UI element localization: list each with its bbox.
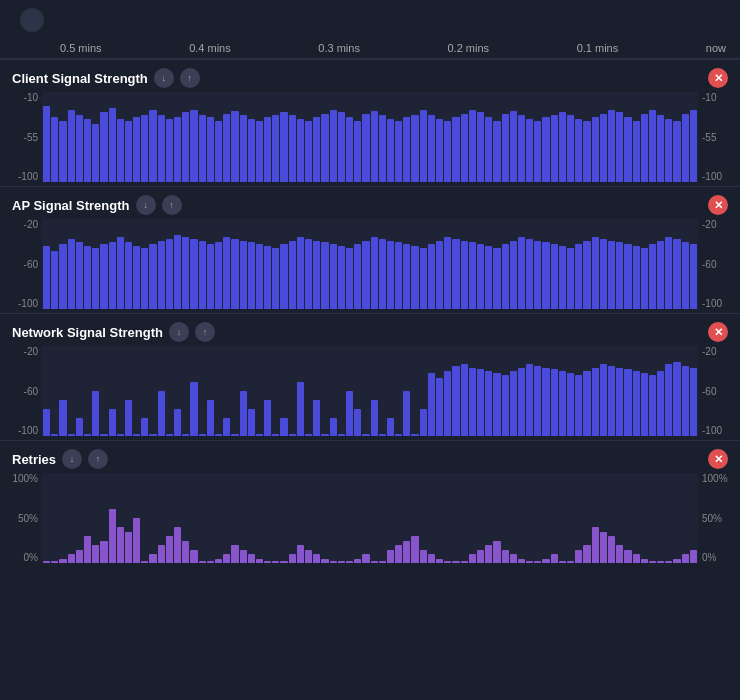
chart-bar [665,561,672,563]
close-button-network-signal[interactable]: ✕ [708,322,728,342]
chart-bar [43,106,50,183]
move-down-button-retries[interactable]: ↓ [62,449,82,469]
graph-section-network-signal: Network Signal Strength↓↑✕-20-60-100-20-… [0,313,740,440]
chart-bar [215,121,222,182]
chart-bar [526,561,533,563]
chart-bar [526,119,533,182]
move-up-button-client-signal[interactable]: ↑ [180,68,200,88]
chart-bar [600,364,607,436]
chart-bar [43,246,50,309]
chart-bar [207,561,214,563]
chart-bar [624,244,631,309]
chart-bar [682,366,689,436]
chart-bar [321,242,328,309]
chart-bar [641,559,648,564]
graph-body-network-signal: -20-60-100-20-60-100 [0,346,740,436]
chart-bar [387,241,394,309]
chart-bar [502,375,509,436]
chart-area-ap-signal [42,219,698,309]
chart-bar [51,561,58,563]
chart-bar [109,242,116,310]
chart-bar [665,119,672,182]
chart-bar [428,373,435,436]
y-axis-right-retries: 100%50%0% [698,473,734,563]
chart-bar [428,244,435,309]
chart-bar [330,418,337,436]
graph-section-ap-signal: AP Signal Strength↓↑✕-20-60-100-20-60-10… [0,186,740,313]
chart-bar [551,244,558,309]
chart-bar [141,115,148,183]
graph-body-ap-signal: -20-60-100-20-60-100 [0,219,740,309]
chart-bar [682,114,689,182]
chart-bar [330,561,337,563]
chart-bar [289,241,296,309]
move-down-button-client-signal[interactable]: ↓ [154,68,174,88]
chart-bar [469,554,476,563]
chart-bar [256,434,263,436]
chart-bar [231,239,238,309]
chart-bar [264,400,271,436]
chart-bar [592,527,599,563]
chart-bar [174,527,181,563]
chart-bar [297,545,304,563]
chart-bar [592,368,599,436]
chart-bar [575,244,582,309]
chart-bar [411,115,418,183]
graph-header-ap-signal: AP Signal Strength↓↑✕ [0,195,740,219]
chart-bar [280,112,287,182]
chart-bar [673,362,680,436]
chart-bar [59,559,66,564]
chart-bar [624,550,631,564]
chart-bar [240,241,247,309]
chart-bar [362,554,369,563]
dropdown-button[interactable] [20,8,44,32]
chart-bar [461,561,468,563]
header [0,0,740,40]
graphs-container: Client Signal Strength↓↑✕-10-55-100-10-5… [0,59,740,567]
chart-bar [125,532,132,564]
chart-bar [493,373,500,436]
move-up-button-network-signal[interactable]: ↑ [195,322,215,342]
chart-bar [313,117,320,182]
chart-bar [158,241,165,309]
chart-bar [92,391,99,436]
y-axis-label: -55 [24,132,38,143]
chart-bar [51,251,58,310]
graph-header-network-signal: Network Signal Strength↓↑✕ [0,322,740,346]
chart-bar [297,237,304,309]
chart-bar [100,244,107,309]
chart-bar [92,545,99,563]
close-button-retries[interactable]: ✕ [708,449,728,469]
move-down-button-network-signal[interactable]: ↓ [169,322,189,342]
chart-bar [616,545,623,563]
chart-bar [379,239,386,309]
chart-bar [583,241,590,309]
chart-bar [43,409,50,436]
chart-bar [125,121,132,182]
chart-bar [649,561,656,563]
chart-bar [248,409,255,436]
chart-bar [223,114,230,182]
move-up-button-ap-signal[interactable]: ↑ [162,195,182,215]
graph-body-client-signal: -10-55-100-10-55-100 [0,92,740,182]
graph-title-client-signal: Client Signal Strength [12,71,148,86]
move-down-button-ap-signal[interactable]: ↓ [136,195,156,215]
chart-bar [264,561,271,563]
chart-bar [567,373,574,436]
chart-bar [141,561,148,563]
y-axis-left-retries: 100%50%0% [6,473,42,563]
close-button-ap-signal[interactable]: ✕ [708,195,728,215]
close-button-client-signal[interactable]: ✕ [708,68,728,88]
y-axis-label: 50% [18,513,38,524]
chart-bar [256,559,263,564]
move-up-button-retries[interactable]: ↑ [88,449,108,469]
chart-bar [485,246,492,309]
chart-bar [436,119,443,182]
chart-bar [551,115,558,183]
chart-bar [354,409,361,436]
chart-bar [420,409,427,436]
chart-bar [76,242,83,309]
timeline-label: 0.1 mins [577,42,619,54]
chart-bar [182,237,189,309]
chart-bar [305,550,312,564]
